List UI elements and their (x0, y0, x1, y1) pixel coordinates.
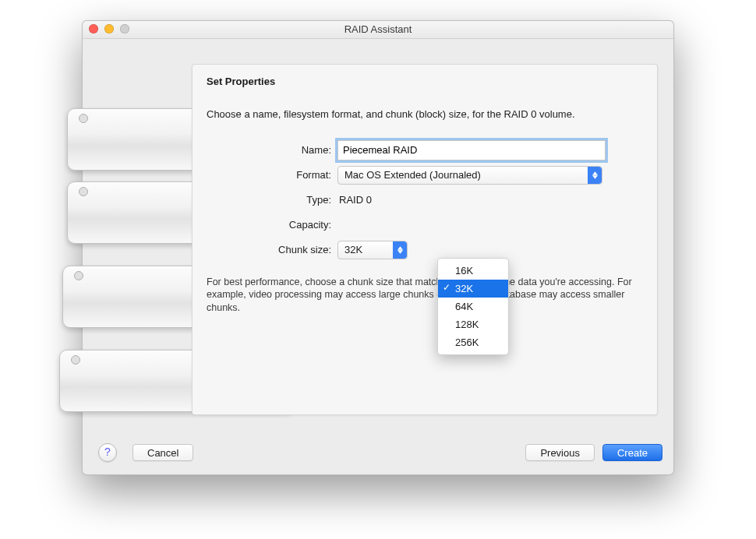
chunk-size-option[interactable]: 64K (438, 298, 508, 315)
panel-heading: Set Properties (207, 76, 643, 87)
svg-marker-3 (397, 250, 403, 253)
chevrons-icon (393, 241, 407, 259)
create-button[interactable]: Create (602, 444, 662, 461)
window-controls (89, 24, 129, 33)
capacity-label: Capacity: (207, 219, 337, 231)
chunk-size-label: Chunk size: (207, 244, 337, 255)
minimize-window-icon[interactable] (104, 24, 114, 33)
type-label: Type: (207, 194, 337, 206)
window-title: RAID Assistant (344, 23, 412, 35)
format-select[interactable]: Mac OS Extended (Journaled) (337, 166, 602, 185)
window: RAID Assistant Set Properties Choose a n… (82, 20, 674, 475)
type-value: RAID 0 (337, 194, 643, 206)
svg-marker-1 (592, 175, 598, 178)
chunk-size-option[interactable]: 128K (438, 315, 508, 333)
chunk-size-value: 32K (344, 242, 362, 258)
chunk-size-menu: 16K32K64K128K256K (437, 258, 509, 355)
panel-hint: For best performance, choose a chunk siz… (207, 276, 643, 315)
panel-intro: Choose a name, filesystem format, and ch… (207, 107, 643, 122)
titlebar: RAID Assistant (83, 21, 673, 39)
name-input[interactable] (337, 140, 606, 160)
properties-panel: Set Properties Choose a name, filesystem… (192, 64, 658, 415)
previous-button[interactable]: Previous (525, 444, 595, 461)
chunk-size-option[interactable]: 256K (438, 333, 508, 351)
button-bar: ? Cancel Previous Create (94, 443, 662, 462)
cancel-button[interactable]: Cancel (132, 444, 193, 461)
chunk-size-select[interactable]: 32K (337, 241, 408, 259)
zoom-window-icon (120, 24, 129, 33)
format-label: Format: (207, 169, 337, 181)
help-button[interactable]: ? (98, 443, 117, 462)
chevrons-icon (588, 167, 602, 184)
name-label: Name: (207, 144, 337, 156)
format-value: Mac OS Extended (Journaled) (344, 167, 481, 183)
chunk-size-option[interactable]: 32K (438, 280, 508, 298)
close-window-icon[interactable] (89, 24, 98, 33)
form: Name: Format: Mac OS Extended (Journaled… (207, 140, 643, 260)
chunk-size-option[interactable]: 16K (438, 262, 508, 280)
